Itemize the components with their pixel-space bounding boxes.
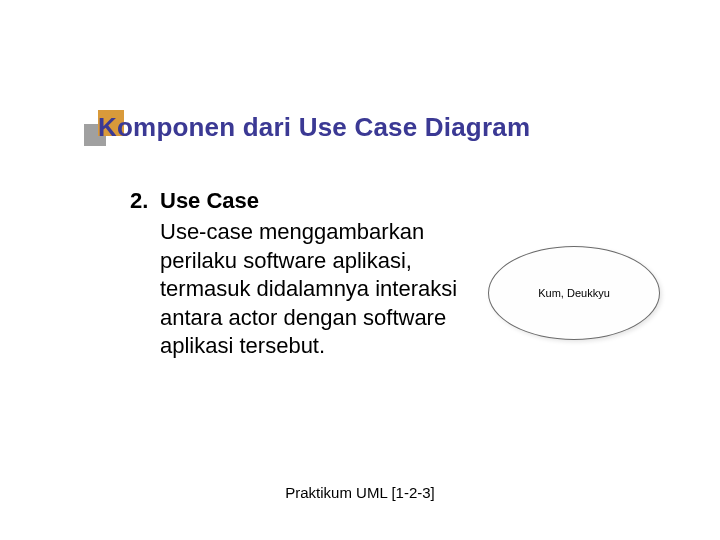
ellipse-shape: Kum, Deukkyu bbox=[488, 246, 660, 340]
item-number: 2. bbox=[130, 188, 148, 214]
slide-title: Komponen dari Use Case Diagram bbox=[98, 112, 530, 143]
item-description: Use-case menggambarkan perilaku software… bbox=[160, 218, 472, 361]
slide: Komponen dari Use Case Diagram 2. Use Ca… bbox=[0, 0, 720, 540]
item-name: Use Case bbox=[160, 188, 259, 214]
usecase-ellipse: Kum, Deukkyu bbox=[488, 246, 658, 338]
ellipse-label: Kum, Deukkyu bbox=[538, 287, 610, 299]
slide-footer: Praktikum UML [1-2-3] bbox=[0, 484, 720, 501]
